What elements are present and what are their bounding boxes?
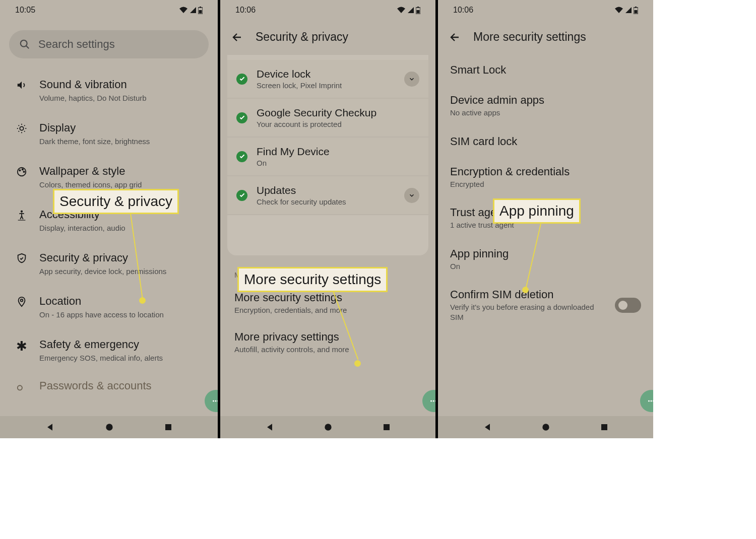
- fab-button[interactable]: [422, 390, 435, 412]
- card-title: Find My Device: [257, 146, 419, 158]
- card-title: Device lock: [257, 68, 395, 80]
- svg-point-17: [106, 424, 112, 430]
- phone-screen-2: 10:06 Security & privacy Device lockScre…: [218, 0, 435, 438]
- item-title: More privacy settings: [234, 330, 421, 344]
- card-title: Google Security Checkup: [257, 107, 419, 119]
- card-find-device[interactable]: Find My DeviceOn: [227, 138, 428, 176]
- item-title: Trust agents: [450, 206, 641, 219]
- card-hidden-area: [227, 215, 428, 255]
- nav-back-icon[interactable]: [45, 422, 55, 432]
- svg-point-13: [18, 385, 22, 390]
- item-sub: On - 16 apps have access to location: [39, 310, 207, 320]
- svg-point-12: [21, 299, 23, 302]
- svg-rect-29: [635, 10, 638, 14]
- item-sub: Autofill, activity controls, and more: [234, 345, 421, 354]
- settings-item-accessibility[interactable]: AccessibilityDisplay, interaction, audio: [0, 198, 218, 242]
- item-title: App pinning: [450, 247, 641, 260]
- wifi-icon: [397, 7, 406, 14]
- item-app-pinning[interactable]: App pinningOn: [438, 239, 653, 280]
- item-title: Safety & emergency: [39, 338, 207, 352]
- item-trust-agents[interactable]: Trust agents1 active trust agent: [438, 197, 653, 239]
- item-more-security[interactable]: More security settings Encryption, crede…: [220, 283, 435, 322]
- fab-button[interactable]: [640, 390, 653, 412]
- settings-item-location[interactable]: LocationOn - 16 apps have access to loca…: [0, 285, 218, 328]
- item-sub: Colors, themed icons, app grid: [39, 180, 207, 190]
- item-title: Confirm SIM deletion: [450, 288, 605, 301]
- svg-rect-1: [200, 7, 201, 8]
- sound-icon: [16, 80, 27, 91]
- check-icon: [236, 190, 247, 201]
- nav-bar: [438, 416, 653, 438]
- svg-point-8: [22, 169, 23, 170]
- more-icon: [211, 396, 218, 406]
- item-more-privacy[interactable]: More privacy settings Autofill, activity…: [220, 322, 435, 362]
- item-encryption[interactable]: Encryption & credentialsEncrypted: [438, 157, 653, 198]
- svg-point-7: [19, 170, 20, 171]
- more-icon: [429, 396, 435, 406]
- item-title: Device admin apps: [450, 94, 641, 107]
- nav-recent-icon[interactable]: [164, 423, 173, 432]
- settings-item-security[interactable]: Security & privacyApp security, device l…: [0, 242, 218, 285]
- status-icons: [397, 7, 420, 14]
- toggle-switch[interactable]: [615, 298, 641, 313]
- item-smart-lock[interactable]: Smart Lock: [438, 55, 653, 85]
- status-time: 10:06: [453, 6, 473, 15]
- nav-home-icon[interactable]: [541, 422, 551, 432]
- nav-recent-icon[interactable]: [382, 423, 391, 432]
- search-bar[interactable]: Search settings: [9, 30, 209, 58]
- svg-point-14: [213, 400, 214, 402]
- nav-back-icon[interactable]: [265, 422, 275, 432]
- svg-point-33: [543, 424, 549, 430]
- svg-rect-20: [417, 7, 419, 8]
- nav-back-icon[interactable]: [482, 422, 492, 432]
- svg-rect-21: [417, 10, 420, 14]
- settings-item-display[interactable]: DisplayDark theme, font size, brightness: [0, 112, 218, 155]
- card-device-lock[interactable]: Device lockScreen lock, Pixel Imprint: [227, 60, 428, 99]
- page-title: More security settings: [473, 30, 586, 44]
- svg-rect-18: [165, 424, 171, 430]
- settings-item-wallpaper[interactable]: Wallpaper & styleColors, themed icons, a…: [0, 155, 218, 198]
- item-sub: Dark theme, font size, brightness: [39, 137, 207, 147]
- item-confirm-sim[interactable]: Confirm SIM deletionVerify it's you befo…: [438, 280, 653, 330]
- chevron-down-icon: [408, 192, 415, 199]
- more-icon: [647, 396, 653, 406]
- item-title: Encryption & credentials: [450, 165, 641, 178]
- item-title: Security & privacy: [39, 251, 207, 265]
- signal-icon: [407, 7, 414, 14]
- back-arrow-icon[interactable]: [449, 31, 461, 43]
- card-google-checkup[interactable]: Google Security CheckupYour account is p…: [227, 99, 428, 138]
- security-card-group: Device lockScreen lock, Pixel Imprint Go…: [227, 60, 428, 255]
- wifi-icon: [179, 7, 188, 14]
- settings-item-passwords-cut[interactable]: Passwords & accounts: [0, 372, 218, 393]
- nav-home-icon[interactable]: [104, 422, 114, 432]
- card-sub: On: [257, 159, 419, 167]
- card-sub: Your account is protected: [257, 120, 419, 128]
- nav-home-icon[interactable]: [323, 422, 333, 432]
- expand-button[interactable]: [404, 188, 419, 203]
- item-title: SIM card lock: [450, 135, 641, 148]
- page-header: Security & privacy: [220, 20, 435, 55]
- signal-icon: [190, 7, 197, 14]
- fab-button[interactable]: [205, 390, 218, 412]
- back-arrow-icon[interactable]: [231, 31, 243, 43]
- card-updates[interactable]: UpdatesCheck for security updates: [227, 176, 428, 215]
- card-sub: Screen lock, Pixel Imprint: [257, 81, 395, 90]
- item-sub: Volume, haptics, Do Not Disturb: [39, 93, 207, 103]
- svg-point-32: [653, 400, 653, 402]
- status-icons: [179, 7, 203, 14]
- svg-point-30: [648, 400, 650, 402]
- item-title: Accessibility: [39, 208, 207, 222]
- svg-line-4: [26, 46, 29, 49]
- check-icon: [236, 74, 247, 85]
- status-icons: [614, 7, 638, 14]
- nav-recent-icon[interactable]: [600, 423, 609, 432]
- search-placeholder: Search settings: [38, 38, 115, 51]
- settings-item-sound[interactable]: Sound & vibrationVolume, haptics, Do Not…: [0, 69, 218, 112]
- item-sim-lock[interactable]: SIM card lock: [438, 126, 653, 157]
- item-title: Wallpaper & style: [39, 164, 207, 178]
- settings-item-safety[interactable]: ✱ Safety & emergencyEmergency SOS, medic…: [0, 328, 218, 372]
- item-sub: Verify it's you before erasing a downloa…: [450, 302, 605, 322]
- expand-button[interactable]: [404, 72, 419, 87]
- signal-icon: [625, 7, 632, 14]
- item-device-admin[interactable]: Device admin appsNo active apps: [438, 85, 653, 126]
